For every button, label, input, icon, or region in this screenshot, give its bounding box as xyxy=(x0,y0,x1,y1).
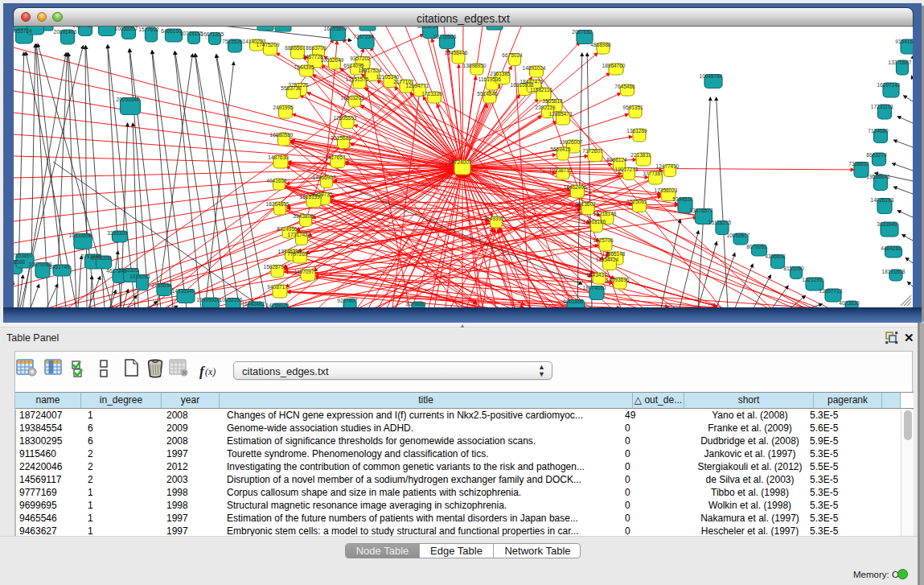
svg-text:3851749: 3851749 xyxy=(49,264,70,270)
svg-text:1525061: 1525061 xyxy=(626,199,647,204)
svg-text:19999920: 19999920 xyxy=(197,297,220,303)
svg-text:14026163: 14026163 xyxy=(871,197,894,203)
svg-text:13370687: 13370687 xyxy=(889,60,912,65)
svg-text:7553897: 7553897 xyxy=(14,253,33,258)
svg-text:4366608: 4366608 xyxy=(765,253,786,259)
svg-text:16671355: 16671355 xyxy=(201,31,224,37)
svg-text:17231101: 17231101 xyxy=(871,104,894,109)
svg-text:7844395: 7844395 xyxy=(294,64,314,70)
svg-text:16218148: 16218148 xyxy=(593,211,617,216)
svg-text:19017273: 19017273 xyxy=(615,167,639,172)
svg-text:9154160: 9154160 xyxy=(895,39,913,44)
svg-text:12885473: 12885473 xyxy=(549,111,573,117)
svg-text:15828793: 15828793 xyxy=(264,264,287,270)
svg-text:2392119: 2392119 xyxy=(536,105,556,110)
svg-text:9267407: 9267407 xyxy=(337,298,358,303)
svg-text:2361385: 2361385 xyxy=(490,71,511,76)
svg-text:20691406: 20691406 xyxy=(54,29,77,35)
svg-text:5583730: 5583730 xyxy=(281,85,302,91)
svg-text:10032649: 10032649 xyxy=(321,57,344,63)
svg-text:7515526: 7515526 xyxy=(222,39,243,44)
svg-text:3242325: 3242325 xyxy=(118,267,139,273)
svg-text:16203203: 16203203 xyxy=(341,95,364,101)
svg-text:1713339: 1713339 xyxy=(421,91,442,97)
svg-text:5394526: 5394526 xyxy=(672,196,693,202)
svg-text:6961888: 6961888 xyxy=(563,299,584,304)
svg-text:1361269: 1361269 xyxy=(626,128,647,134)
svg-text:15118215: 15118215 xyxy=(708,220,732,225)
svg-text:8155260: 8155260 xyxy=(783,266,804,271)
svg-text:7797269: 7797269 xyxy=(287,251,308,257)
svg-text:18191808: 18191808 xyxy=(882,269,906,274)
svg-text:1018285: 1018285 xyxy=(129,274,150,279)
svg-text:18964760: 18964760 xyxy=(602,63,626,68)
svg-text:18462496: 18462496 xyxy=(564,184,587,190)
svg-text:17475209: 17475209 xyxy=(257,42,280,47)
svg-text:18074690: 18074690 xyxy=(583,285,606,290)
svg-text:4023830: 4023830 xyxy=(839,300,860,306)
svg-text:14759025: 14759025 xyxy=(266,303,290,308)
svg-text:10333598: 10333598 xyxy=(69,233,92,238)
svg-text:4484281: 4484281 xyxy=(881,245,901,251)
svg-text:18724007: 18724007 xyxy=(449,159,472,165)
svg-text:9591351: 9591351 xyxy=(622,105,643,110)
svg-text:19586846: 19586846 xyxy=(867,174,890,179)
svg-text:3505818: 3505818 xyxy=(542,98,563,104)
svg-text:19218506: 19218506 xyxy=(433,34,457,39)
svg-text:18817524: 18817524 xyxy=(359,68,382,73)
svg-text:3777387: 3777387 xyxy=(643,171,663,176)
svg-text:19161397: 19161397 xyxy=(300,194,323,200)
svg-text:4055724: 4055724 xyxy=(14,28,32,34)
svg-text:7372607: 7372607 xyxy=(582,148,603,154)
svg-text:17317429: 17317429 xyxy=(288,232,311,237)
svg-text:2015681: 2015681 xyxy=(331,135,351,141)
svg-text:8513602: 8513602 xyxy=(575,201,596,207)
svg-text:10719155: 10719155 xyxy=(180,31,203,36)
svg-text:9408717: 9408717 xyxy=(267,284,288,290)
svg-text:6466160: 6466160 xyxy=(161,28,182,34)
svg-text:10648784: 10648784 xyxy=(700,73,723,79)
svg-text:13151575: 13151575 xyxy=(346,76,369,82)
svg-text:8663709: 8663709 xyxy=(306,45,326,51)
svg-text:1225706: 1225706 xyxy=(593,237,614,243)
svg-text:1527602: 1527602 xyxy=(138,27,159,32)
svg-text:3009689: 3009689 xyxy=(405,301,426,307)
svg-text:12477430: 12477430 xyxy=(656,163,680,169)
svg-text:3356309: 3356309 xyxy=(107,230,128,236)
svg-text:10052166: 10052166 xyxy=(220,297,243,303)
svg-text:13898950: 13898950 xyxy=(463,63,487,68)
svg-text:1417657: 1417657 xyxy=(325,154,346,160)
svg-text:5559415: 5559415 xyxy=(550,146,571,152)
svg-text:1007733: 1007733 xyxy=(72,27,93,28)
svg-text:11442462: 11442462 xyxy=(242,301,265,307)
svg-text:12994771: 12994771 xyxy=(406,83,429,89)
svg-text:4041656: 4041656 xyxy=(266,178,287,183)
svg-text:14891024: 14891024 xyxy=(523,65,546,71)
svg-text:8966124: 8966124 xyxy=(606,157,627,163)
svg-text:11954424: 11954424 xyxy=(596,257,619,262)
svg-text:8724956: 8724956 xyxy=(277,226,298,232)
svg-text:14093696: 14093696 xyxy=(606,277,630,282)
svg-text:3943805: 3943805 xyxy=(293,213,314,219)
svg-text:8813054: 8813054 xyxy=(417,27,438,29)
svg-text:17356023: 17356023 xyxy=(655,187,678,193)
svg-text:7368653: 7368653 xyxy=(848,161,869,167)
svg-text:(x): (x) xyxy=(205,366,216,377)
svg-text:11970977: 11970977 xyxy=(294,269,318,274)
svg-text:18447476: 18447476 xyxy=(520,79,544,84)
svg-text:19926007: 19926007 xyxy=(560,139,583,145)
svg-text:16207140: 16207140 xyxy=(877,82,901,88)
svg-text:2213831: 2213831 xyxy=(630,152,651,158)
svg-text:14018186: 14018186 xyxy=(583,219,606,225)
svg-text:6886567: 6886567 xyxy=(285,45,306,51)
svg-text:5143437: 5143437 xyxy=(586,272,607,278)
svg-text:3149391: 3149391 xyxy=(483,216,504,221)
svg-text:4868988: 4868988 xyxy=(590,42,611,47)
svg-text:8706308: 8706308 xyxy=(91,255,112,261)
svg-text:14335349: 14335349 xyxy=(172,288,195,294)
svg-text:7645466: 7645466 xyxy=(614,84,635,89)
svg-text:3633949: 3633949 xyxy=(877,221,897,227)
svg-text:8663274: 8663274 xyxy=(866,152,887,158)
svg-text:2755654: 2755654 xyxy=(151,282,172,288)
svg-text:14966907: 14966907 xyxy=(313,175,336,180)
